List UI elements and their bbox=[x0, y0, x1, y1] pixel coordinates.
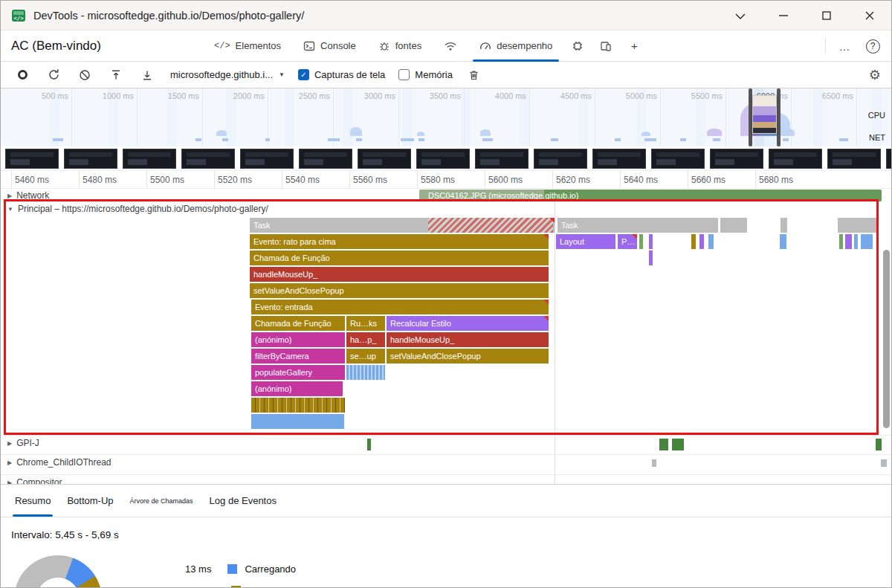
flame-event-segment[interactable] bbox=[838, 218, 878, 233]
tab-bottom-up[interactable]: Bottom-Up bbox=[59, 485, 121, 517]
memory-checkbox[interactable] bbox=[398, 69, 410, 80]
flame-event-se-up[interactable]: se…up bbox=[346, 349, 385, 364]
add-tab-button[interactable]: + bbox=[620, 30, 648, 62]
tab-performance[interactable]: desempenho bbox=[468, 30, 563, 62]
tab-elements[interactable]: </> Elementos bbox=[203, 30, 292, 62]
screenshot-thumbnail[interactable] bbox=[827, 149, 881, 169]
vertical-scrollbar-thumb[interactable] bbox=[883, 250, 890, 428]
page-selector[interactable]: microsoftedge.github.i... ▼ bbox=[170, 69, 285, 80]
flame-event-segment[interactable] bbox=[251, 414, 344, 429]
tab-resumo[interactable]: Resumo bbox=[7, 485, 59, 517]
screenshot-thumbnail[interactable] bbox=[534, 149, 587, 169]
flame-event-handlemouseup[interactable]: handleMouseUp_ bbox=[387, 332, 549, 347]
screenshot-thumbnail[interactable] bbox=[710, 149, 763, 169]
help-button[interactable]: ? bbox=[859, 30, 887, 62]
screenshots-checkbox[interactable]: ✓ bbox=[298, 69, 309, 80]
gpu-task-bar[interactable] bbox=[659, 439, 668, 450]
reload-and-record-button[interactable] bbox=[44, 65, 63, 85]
screenshot-thumbnail[interactable] bbox=[651, 149, 705, 169]
main-thread-header[interactable]: ▼ Principal – https://microsoftedge.gith… bbox=[1, 204, 268, 214]
flame-event-segment[interactable] bbox=[854, 234, 858, 249]
io-task-bar[interactable] bbox=[881, 459, 887, 467]
clear-button[interactable] bbox=[75, 65, 94, 85]
gpu-task-bar[interactable] bbox=[672, 439, 684, 450]
bottom-panel: Resumo Bottom-Up Árvore de Chamadas Log … bbox=[1, 484, 891, 587]
screenshot-thumbnail[interactable] bbox=[181, 149, 235, 169]
flame-event-filterbycamera[interactable]: filterByCamera bbox=[251, 349, 345, 364]
memory-checkbox-group[interactable]: Memória bbox=[398, 69, 453, 80]
screenshot-thumbnail[interactable] bbox=[64, 149, 117, 169]
flame-event-segment[interactable] bbox=[780, 234, 786, 249]
screenshot-thumbnail[interactable] bbox=[358, 149, 411, 169]
flame-event-an-nimo[interactable]: (anónimo) bbox=[251, 332, 345, 347]
gpu-task-bar[interactable] bbox=[367, 439, 371, 450]
screenshot-thumbnail[interactable] bbox=[769, 149, 822, 169]
screenshot-thumbnail[interactable] bbox=[123, 149, 176, 169]
flame-event-segment[interactable] bbox=[699, 234, 704, 249]
timeline-overview[interactable]: CPU NET 500 ms1000 ms1500 ms2000 ms2500 … bbox=[1, 88, 891, 146]
screenshots-checkbox-group[interactable]: ✓ Capturas de tela bbox=[298, 69, 385, 80]
selection-handle-right[interactable] bbox=[777, 88, 780, 146]
flame-event-segment[interactable] bbox=[691, 234, 696, 249]
tab-network[interactable] bbox=[433, 30, 468, 62]
load-profile-button[interactable] bbox=[106, 65, 126, 85]
network-request-bar[interactable]: DSC04162.JPG (microsoftedge.github.io) bbox=[419, 190, 882, 201]
flame-chart[interactable]: TaskTaskEvento: rato para cimaLayoutP…Ch… bbox=[1, 218, 882, 433]
flame-event-recalcular-estilo[interactable]: Recalcular Estilo bbox=[387, 316, 549, 331]
screenshot-thumbnail[interactable] bbox=[240, 149, 294, 169]
tab-arvore-de-chamadas[interactable]: Árvore de Chamadas bbox=[122, 485, 201, 517]
gpu-task-bar[interactable] bbox=[876, 439, 882, 450]
more-menu-button[interactable]: … bbox=[830, 30, 859, 62]
capture-settings-gear-icon[interactable]: ⚙ bbox=[869, 67, 881, 83]
window-chevron-down-icon[interactable] bbox=[719, 1, 762, 30]
screenshot-filmstrip[interactable] bbox=[1, 146, 891, 171]
screenshot-thumbnail[interactable] bbox=[592, 149, 646, 169]
flame-event-task[interactable]: Task bbox=[558, 218, 718, 233]
close-button[interactable] bbox=[848, 1, 891, 30]
flame-event-segment[interactable] bbox=[708, 234, 714, 249]
flame-event-segment[interactable] bbox=[780, 218, 787, 233]
screenshot-thumbnail[interactable] bbox=[475, 149, 529, 169]
flame-event-task[interactable]: Task bbox=[250, 218, 555, 233]
chip-icon[interactable] bbox=[563, 30, 592, 62]
screenshot-thumbnail[interactable] bbox=[886, 149, 891, 169]
tab-log-de-eventos[interactable]: Log de Eventos bbox=[201, 485, 285, 517]
flame-event-segment[interactable] bbox=[251, 398, 345, 413]
flame-event-setvalueandclosepopup[interactable]: setValueAndClosePopup bbox=[250, 283, 549, 298]
flame-event-layout[interactable]: Layout bbox=[556, 234, 615, 249]
flame-event-segment[interactable] bbox=[845, 234, 852, 249]
save-profile-button[interactable] bbox=[138, 65, 157, 85]
flame-event-evento-rato-para-cima[interactable]: Evento: rato para cima bbox=[250, 234, 549, 249]
flame-event-ha-p[interactable]: ha…p_ bbox=[346, 332, 385, 347]
screenshot-thumbnail[interactable] bbox=[5, 149, 59, 169]
delete-recording-button[interactable] bbox=[465, 65, 484, 85]
flame-event-an-nimo[interactable]: (anónimo) bbox=[251, 381, 343, 396]
flame-event-segment[interactable] bbox=[649, 234, 653, 249]
flame-event-segment[interactable] bbox=[839, 234, 843, 249]
flame-event-chamada-de-fun-o[interactable]: Chamada de Função bbox=[251, 316, 345, 331]
flame-event-setvalueandclosepopup[interactable]: setValueAndClosePopup bbox=[387, 349, 549, 364]
flame-event-chamada-de-fun-o[interactable]: Chamada de Função bbox=[250, 251, 549, 265]
tab-sources[interactable]: fontes bbox=[367, 30, 433, 62]
io-task-bar[interactable] bbox=[652, 459, 656, 467]
screenshot-thumbnail[interactable] bbox=[299, 149, 352, 169]
record-button[interactable] bbox=[13, 65, 32, 85]
flame-event-populategallery[interactable]: populateGallery bbox=[251, 365, 345, 380]
flame-event-p[interactable]: P… bbox=[618, 234, 637, 249]
tab-console[interactable]: Console bbox=[292, 30, 367, 62]
flame-event-segment[interactable] bbox=[649, 251, 653, 265]
screenshot-thumbnail[interactable] bbox=[416, 149, 470, 169]
flame-event-handlemouseup[interactable]: handleMouseUp_ bbox=[250, 267, 549, 282]
flame-event-segment[interactable] bbox=[861, 234, 873, 249]
flame-event-segment[interactable] bbox=[346, 365, 385, 380]
flame-event-evento-entrada[interactable]: Evento: entrada bbox=[251, 300, 549, 314]
maximize-button[interactable] bbox=[805, 1, 848, 30]
flame-event-segment[interactable] bbox=[720, 218, 747, 233]
minimize-button[interactable] bbox=[762, 1, 805, 30]
flame-event-segment[interactable] bbox=[639, 234, 643, 249]
device-toolbar-icon[interactable] bbox=[592, 30, 620, 62]
memory-label: Memória bbox=[415, 69, 453, 80]
network-track-header[interactable]: ▶ Network bbox=[1, 190, 49, 201]
flame-event-ru-ks[interactable]: Ru…ks bbox=[346, 316, 385, 331]
cpu-label: CPU bbox=[868, 111, 885, 120]
